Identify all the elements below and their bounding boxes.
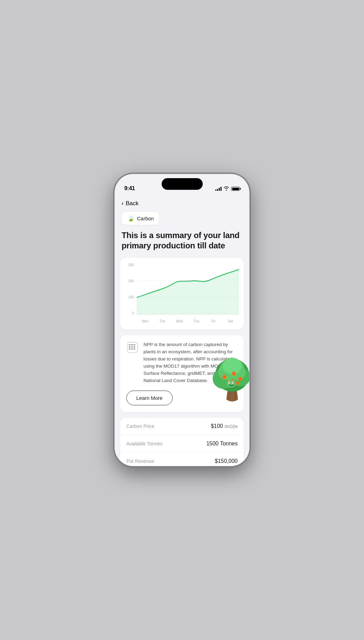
back-chevron-icon: ‹ <box>122 200 124 207</box>
available-tonnes-value: 1500 Tonnes <box>206 441 238 447</box>
svg-rect-12 <box>131 348 133 349</box>
npp-description: NPP is the amount of carbon captured by … <box>143 341 238 384</box>
back-label: Back <box>126 200 139 207</box>
x-label-sat: Sat <box>222 319 239 323</box>
svg-rect-5 <box>129 344 130 345</box>
x-label-thu: Thu <box>188 319 205 323</box>
npp-icon <box>127 342 138 353</box>
status-time: 9:41 <box>124 185 135 192</box>
battery-icon <box>231 187 240 191</box>
info-section: NPP is the amount of carbon captured by … <box>120 335 244 412</box>
x-label-fri: Fri <box>205 319 222 323</box>
y-label-100: 100 <box>128 295 134 299</box>
carbon-badge-label: Carbon <box>137 216 154 221</box>
pot-revenue-row: Pot Revenue $150,000 <box>120 453 244 466</box>
carbon-price-unit: /tcO2e <box>225 424 238 429</box>
svg-rect-10 <box>134 346 135 347</box>
npp-icon-wrap <box>126 341 139 354</box>
pot-revenue-label: Pot Revenue <box>126 458 154 464</box>
carbon-price-row: Carbon Price $100 /tcO2e <box>120 418 244 435</box>
signal-icon <box>215 187 222 191</box>
svg-rect-13 <box>134 348 135 349</box>
data-rows-card: Carbon Price $100 /tcO2e Available Tonne… <box>120 418 244 466</box>
available-tonnes-label: Available Tonnes <box>126 441 162 446</box>
svg-rect-8 <box>129 346 130 347</box>
scroll-content[interactable]: ‹ Back 🍃 Carbon This is a summary of you… <box>115 194 249 466</box>
back-button[interactable]: ‹ Back <box>115 194 249 210</box>
chart-x-axis: Mon Tue Wed Thu Fri Sat <box>137 317 239 325</box>
phone-frame: 9:41 ‹ Back <box>115 174 249 466</box>
x-label-wed: Wed <box>171 319 188 323</box>
status-icons <box>215 186 240 192</box>
leaf-icon: 🍃 <box>127 214 135 222</box>
x-label-mon: Mon <box>137 319 154 323</box>
wifi-icon <box>224 186 229 192</box>
svg-rect-6 <box>131 344 133 345</box>
available-tonnes-row: Available Tonnes 1500 Tonnes <box>120 435 244 453</box>
carbon-badge: 🍃 Carbon <box>122 212 159 225</box>
chart-plot <box>137 263 239 315</box>
carbon-price-value: $100 /tcO2e <box>211 423 238 429</box>
svg-rect-9 <box>131 346 133 347</box>
chart-card: 300 200 100 0 <box>120 258 244 330</box>
y-label-300: 300 <box>128 263 134 267</box>
pot-revenue-value: $150,000 <box>215 458 238 464</box>
chart-svg <box>137 263 239 315</box>
y-label-0: 0 <box>132 311 134 315</box>
svg-rect-11 <box>129 348 130 349</box>
x-label-tue: Tue <box>154 319 171 323</box>
chart-y-axis: 300 200 100 0 <box>125 263 135 315</box>
page-headline: This is a summary of your land primary p… <box>115 230 249 258</box>
carbon-price-label: Carbon Price <box>126 423 154 429</box>
chart-area: 300 200 100 0 <box>125 263 239 325</box>
info-top: NPP is the amount of carbon captured by … <box>126 341 238 384</box>
y-label-200: 200 <box>128 279 134 283</box>
dynamic-island <box>162 178 203 190</box>
learn-more-button[interactable]: Learn More <box>126 391 173 405</box>
svg-rect-7 <box>134 344 135 345</box>
